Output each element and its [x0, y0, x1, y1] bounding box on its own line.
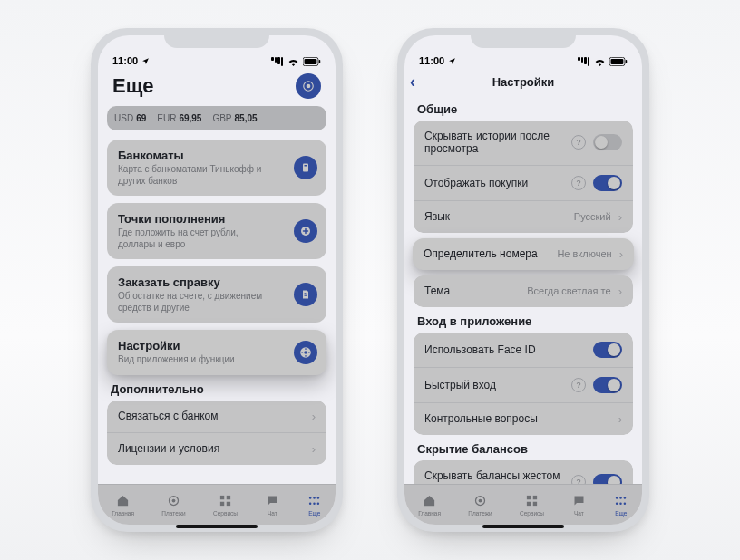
header-action-icon[interactable] — [296, 73, 321, 99]
chevron-right-icon: › — [619, 247, 623, 261]
row-terms[interactable]: Лицензии и условия › — [107, 433, 326, 465]
status-time: 11:00 — [419, 55, 444, 66]
back-button[interactable]: ‹ — [410, 72, 415, 92]
svg-rect-29 — [527, 502, 531, 506]
chevron-right-icon: › — [618, 210, 622, 224]
svg-point-35 — [620, 502, 623, 505]
svg-point-18 — [317, 497, 320, 499]
svg-point-19 — [309, 502, 312, 505]
row-security-questions[interactable]: Контрольные вопросы › — [414, 403, 633, 435]
more-icon — [307, 494, 322, 508]
toggle-quick-login[interactable] — [593, 377, 622, 393]
tab-chat[interactable]: Чат — [265, 494, 279, 517]
svg-rect-24 — [626, 60, 628, 63]
row-faceid[interactable]: Использовать Face ID — [414, 333, 633, 368]
tab-services[interactable]: Сервисы — [520, 494, 544, 517]
svg-point-31 — [616, 497, 618, 499]
row-language[interactable]: Язык Русский› — [414, 201, 633, 233]
tab-payments[interactable]: Платежи — [161, 494, 185, 517]
document-icon — [294, 283, 317, 306]
section-additional: Дополнительно — [111, 382, 323, 396]
chat-icon — [265, 494, 279, 508]
toggle-hide-stories[interactable] — [593, 134, 622, 150]
section-general: Общие — [417, 102, 629, 116]
payments-icon — [473, 494, 488, 508]
help-icon[interactable]: ? — [571, 176, 586, 190]
row-caller-id[interactable]: Определитель номера Не включен› — [413, 238, 634, 270]
toggle-hide-balance[interactable] — [593, 474, 622, 484]
card-statement-title: Заказать справку — [118, 275, 316, 289]
device-notch — [471, 28, 576, 48]
row-hide-balance-flip[interactable]: Скрывать балансы жестом переворота ? — [414, 460, 633, 484]
svg-point-9 — [304, 351, 307, 354]
card-topup-title: Точки пополнения — [118, 212, 316, 226]
card-settings-sub: Вид приложения и функции — [118, 354, 277, 366]
page-title: Еще — [112, 74, 153, 98]
phone-right-settings-screen: 11:00 ‹ Настройки Общие — [397, 28, 649, 532]
home-indicator[interactable] — [176, 525, 258, 528]
svg-point-20 — [314, 502, 316, 505]
chevron-right-icon: › — [618, 285, 622, 298]
row-quick-login[interactable]: Быстрый вход ? — [414, 368, 633, 403]
svg-point-16 — [309, 497, 312, 499]
svg-rect-12 — [220, 496, 224, 499]
home-indicator[interactable] — [482, 525, 564, 528]
tab-services[interactable]: Сервисы — [213, 494, 238, 517]
tab-bar: Главная Платежи Сервисы Чат Еще — [98, 484, 336, 525]
svg-point-11 — [172, 499, 176, 503]
row-theme[interactable]: Тема Всегда светлая те› — [414, 275, 633, 307]
help-icon[interactable]: ? — [571, 135, 586, 150]
card-settings-title: Настройки — [118, 339, 316, 352]
tab-chat[interactable]: Чат — [571, 494, 586, 517]
row-show-purchases[interactable]: Отображать покупки ? — [414, 166, 633, 201]
help-icon[interactable]: ? — [571, 378, 586, 392]
services-icon — [219, 494, 233, 508]
svg-point-33 — [624, 497, 627, 499]
toggle-faceid[interactable] — [593, 342, 622, 358]
card-statement-sub: Об остатке на счете, с движением средств… — [118, 291, 277, 314]
nav-title: Настройки — [492, 75, 555, 89]
more-icon — [614, 494, 628, 508]
toggle-show-purchases[interactable] — [593, 175, 622, 191]
card-atm-sub: Карта с банкоматами Тинькофф и других ба… — [118, 164, 277, 187]
section-login: Вход в приложение — [417, 314, 629, 328]
svg-point-34 — [616, 502, 618, 505]
tab-more[interactable]: Еще — [307, 494, 322, 517]
help-icon[interactable]: ? — [571, 475, 586, 484]
tab-more[interactable]: Еще — [614, 494, 628, 517]
card-topup-sub: Где положить на счет рубли, доллары и ев… — [118, 227, 277, 250]
chevron-right-icon: › — [618, 412, 622, 426]
tab-home[interactable]: Главная — [418, 494, 441, 517]
rate-gbp: GBP85,05 — [212, 113, 257, 123]
home-icon — [116, 494, 131, 508]
svg-rect-6 — [305, 165, 307, 167]
atm-icon — [294, 156, 317, 179]
svg-point-26 — [479, 499, 482, 503]
wifi-icon — [594, 57, 606, 66]
card-atm[interactable]: Банкоматы Карта с банкоматами Тинькофф и… — [107, 140, 326, 196]
home-icon — [423, 494, 437, 508]
card-topup[interactable]: Точки пополнения Где положить на счет ру… — [107, 203, 326, 259]
svg-rect-27 — [527, 496, 531, 499]
tab-home[interactable]: Главная — [112, 494, 134, 517]
payments-icon — [167, 494, 181, 508]
currency-rates[interactable]: USD69 EUR69,95 GBP85,05 — [107, 106, 326, 130]
card-atm-title: Банкоматы — [118, 149, 316, 162]
device-notch — [164, 28, 269, 48]
svg-point-32 — [620, 497, 623, 499]
row-contact-bank[interactable]: Связаться с банком › — [107, 401, 326, 433]
card-statement[interactable]: Заказать справку Об остатке на счете, с … — [107, 266, 326, 323]
row-hide-stories[interactable]: Скрывать истории после просмотра ? — [414, 121, 633, 166]
signal-icon — [271, 57, 284, 66]
svg-rect-1 — [305, 59, 317, 64]
battery-icon — [609, 57, 628, 66]
tab-payments[interactable]: Платежи — [468, 494, 492, 517]
nav-bar: ‹ Настройки — [404, 68, 642, 95]
svg-point-3 — [307, 84, 311, 89]
svg-rect-2 — [319, 60, 321, 63]
card-settings[interactable]: Настройки Вид приложения и функции — [107, 330, 326, 375]
svg-point-36 — [624, 502, 627, 505]
rate-usd: USD69 — [114, 113, 146, 123]
svg-point-17 — [314, 497, 316, 499]
svg-rect-30 — [533, 502, 537, 506]
